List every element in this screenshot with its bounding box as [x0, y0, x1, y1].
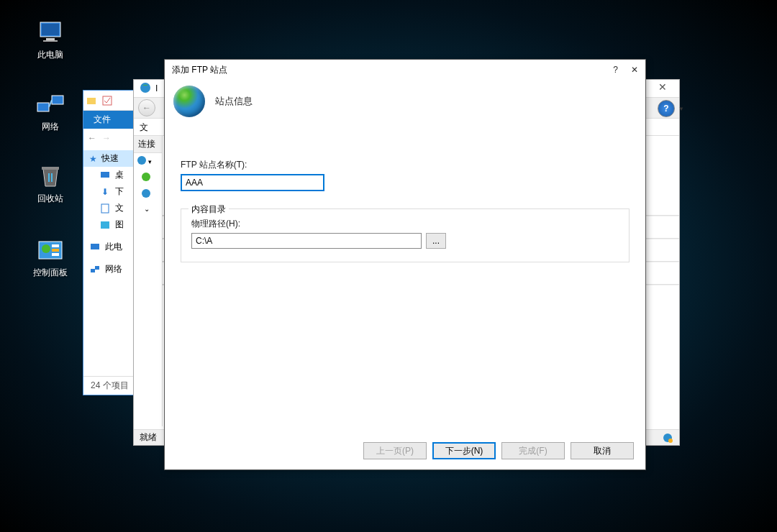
- svg-rect-10: [52, 244, 59, 247]
- forward-arrow-icon[interactable]: →: [102, 133, 111, 143]
- desktop-icon-label: 回收站: [25, 193, 76, 205]
- ftp-physical-path-label: 物理路径(H):: [191, 218, 619, 230]
- folder-icon: [86, 96, 96, 106]
- iis-close-button[interactable]: ✕: [652, 81, 673, 93]
- svg-rect-19: [91, 269, 95, 272]
- iis-tree-root[interactable]: ▾: [134, 153, 162, 170]
- svg-point-21: [140, 83, 150, 93]
- desktop-small-icon: [99, 170, 111, 181]
- ftp-site-name-input[interactable]: [181, 174, 324, 191]
- svg-rect-16: [101, 204, 109, 213]
- ftp-prev-button: 上一页(P): [363, 442, 427, 459]
- iis-title-text: I: [155, 83, 158, 93]
- download-icon: ⬇: [99, 186, 111, 198]
- iis-tree-expand[interactable]: ⌄: [134, 203, 162, 215]
- svg-point-24: [142, 189, 150, 198]
- ftp-dialog-titlebar[interactable]: 添加 FTP 站点 ? ✕: [165, 60, 645, 80]
- iis-status-globe-icon: [662, 432, 673, 444]
- ftp-dialog-title: 添加 FTP 站点: [172, 64, 227, 76]
- svg-point-23: [142, 173, 150, 181]
- control-panel-icon: [36, 236, 65, 265]
- document-icon: [99, 203, 111, 214]
- ftp-help-button[interactable]: ?: [613, 65, 618, 75]
- ftp-cancel-button[interactable]: 取消: [571, 442, 634, 459]
- add-ftp-site-dialog: 添加 FTP 站点 ? ✕ 站点信息 FTP 站点名称(T): 内容目录 物理路…: [164, 59, 646, 470]
- ftp-finish-button: 完成(F): [501, 442, 565, 459]
- pictures-icon: [99, 219, 111, 231]
- ftp-physical-path-input[interactable]: [191, 233, 422, 249]
- ftp-close-button[interactable]: ✕: [631, 65, 638, 75]
- svg-rect-18: [91, 244, 99, 249]
- svg-point-22: [137, 156, 146, 165]
- iis-tree-node[interactable]: [134, 170, 162, 186]
- ftp-site-name-label: FTP 站点名称(T):: [181, 159, 630, 171]
- server-icon: [141, 188, 151, 201]
- chevron-down-icon: ⌄: [144, 205, 150, 213]
- ftp-next-button[interactable]: 下一步(N): [432, 442, 496, 459]
- svg-rect-17: [101, 221, 109, 229]
- svg-point-9: [42, 244, 50, 253]
- iis-globe-icon: [140, 82, 151, 96]
- iis-status-text: 就绪: [140, 431, 157, 444]
- svg-rect-14: [103, 96, 112, 105]
- checkbox-icon: [102, 96, 112, 106]
- desktop-icon-label: 控制面板: [25, 267, 76, 279]
- svg-rect-7: [42, 167, 59, 170]
- svg-rect-13: [87, 98, 96, 104]
- ftp-browse-button[interactable]: ...: [426, 233, 446, 249]
- back-arrow-icon: ←: [142, 103, 151, 113]
- svg-point-26: [668, 439, 673, 443]
- ftp-content-directory-group: 内容目录 物理路径(H): ...: [181, 208, 630, 262]
- svg-rect-15: [101, 172, 109, 178]
- ftp-dialog-header: 站点信息: [165, 80, 645, 127]
- ftp-dialog-buttons: 上一页(P) 下一步(N) 完成(F) 取消: [363, 442, 634, 459]
- iis-file-menu[interactable]: 文: [140, 122, 148, 132]
- globe-icon: [173, 86, 205, 117]
- desktop-icon-recycle-bin[interactable]: 回收站: [25, 162, 76, 205]
- iis-back-button[interactable]: ←: [138, 99, 155, 116]
- desktop-icon-label: 此电脑: [25, 49, 76, 61]
- computer-small-icon: [89, 242, 101, 253]
- svg-rect-11: [52, 249, 59, 252]
- ftp-content-dir-legend: 内容目录: [188, 203, 229, 216]
- network-small-icon: [89, 264, 101, 275]
- svg-rect-12: [52, 253, 59, 256]
- svg-line-6: [49, 100, 52, 107]
- ftp-dialog-subtitle: 站点信息: [215, 95, 253, 108]
- network-icon: [36, 90, 65, 119]
- back-arrow-icon[interactable]: ←: [88, 133, 96, 143]
- server-icon: [141, 172, 151, 184]
- svg-rect-5: [52, 96, 63, 104]
- svg-rect-1: [42, 24, 59, 35]
- desktop-icon-label: 网络: [25, 121, 76, 133]
- svg-rect-4: [37, 103, 49, 111]
- recycle-bin-icon: [36, 162, 65, 191]
- iis-connections-header: 连接: [134, 136, 162, 153]
- svg-rect-2: [46, 38, 55, 40]
- desktop-icon-control-panel[interactable]: 控制面板: [25, 236, 76, 279]
- ftp-dialog-body: FTP 站点名称(T): 内容目录 物理路径(H): ...: [165, 127, 645, 265]
- server-globe-icon: [137, 155, 147, 168]
- desktop-icon-network[interactable]: 网络: [25, 90, 76, 133]
- svg-rect-20: [95, 266, 99, 270]
- iis-help-button[interactable]: ? ▼: [658, 100, 675, 117]
- iis-tree-node[interactable]: [134, 186, 162, 203]
- computer-icon: [36, 18, 65, 47]
- help-icon: ?: [663, 104, 668, 114]
- svg-rect-3: [43, 40, 58, 42]
- iis-connections-panel: 连接 ▾ ⌄: [134, 136, 163, 426]
- desktop-icon-this-pc[interactable]: 此电脑: [25, 18, 76, 61]
